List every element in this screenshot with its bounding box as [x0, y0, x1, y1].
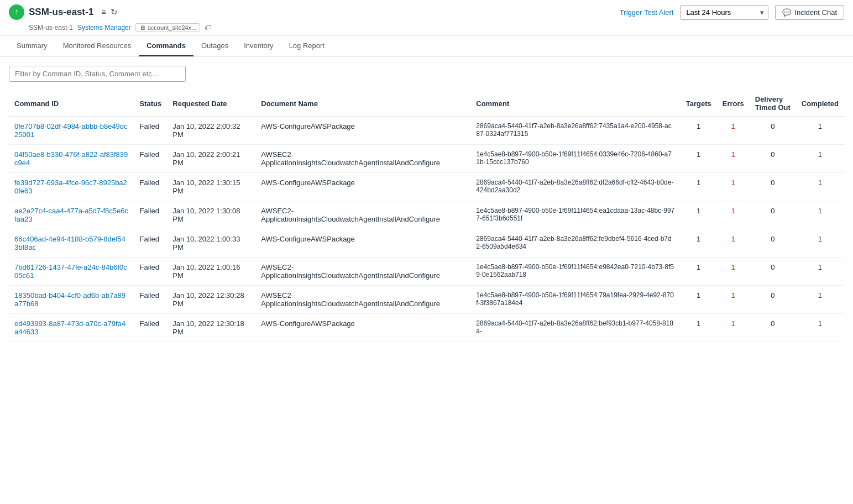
cell-requested-date: Jan 10, 2022 2:00:32 PM — [167, 117, 255, 145]
table-row: ae2e27c4-caa4-477a-a5d7-f8c5e6cfaa23Fail… — [9, 201, 844, 229]
header-subtitle: SSM-us-east-1 Systems Manager 🖥 account_… — [29, 23, 844, 32]
cell-delivery-timed-out: 0 — [750, 145, 796, 173]
cell-delivery-timed-out: 0 — [750, 117, 796, 145]
cell-comment: 2869aca4-5440-41f7-a2eb-8a3e26a8ff62:df2… — [470, 173, 680, 201]
cell-delivery-timed-out: 0 — [750, 229, 796, 258]
tab-commands[interactable]: Commands — [139, 36, 193, 56]
cell-status: Failed — [134, 229, 168, 258]
cell-delivery-timed-out: 0 — [750, 314, 796, 342]
cell-targets: 1 — [681, 314, 717, 342]
col-header-command-id: Command ID — [9, 91, 134, 117]
refresh-icon[interactable]: ↻ — [111, 7, 118, 17]
command-id-link[interactable]: ae2e27c4-caa4-477a-a5d7-f8c5e6cfaa23 — [14, 207, 129, 223]
cell-document-name: AWS-ConfigureAWSPackage — [255, 117, 470, 145]
cell-errors: 1 — [717, 145, 750, 173]
cell-errors: 1 — [717, 314, 750, 342]
app-logo-icon: ↑ — [9, 4, 24, 20]
col-header-status: Status — [134, 91, 168, 117]
cell-completed: 1 — [796, 201, 844, 229]
account-badge: 🖥 account_site24x... — [135, 23, 201, 32]
cell-errors: 1 — [717, 258, 750, 286]
filter-input[interactable] — [9, 66, 186, 82]
table-header-row: Command ID Status Requested Date Documen… — [9, 91, 844, 117]
command-id-link[interactable]: 0fe707b8-02df-4984-abbb-b8e49dc25001 — [14, 122, 129, 139]
tab-outages[interactable]: Outages — [193, 36, 236, 56]
command-id-link[interactable]: 66c406ad-4e94-4188-b579-8def543bf8ac — [14, 235, 129, 251]
table-row: fe39d727-693a-4fce-96c7-8925ba20fe63Fail… — [9, 173, 844, 201]
incident-chat-button[interactable]: 💬 Incident Chat — [775, 5, 844, 20]
command-id-link[interactable]: ed493993-8a87-473d-a70c-a79fa4a44633 — [14, 319, 129, 336]
command-id-link[interactable]: 7bd61726-1437-47fe-a24c-84b6f0c05c61 — [14, 263, 129, 280]
table-row: 18350bad-b404-4cf0-ad6b-ab7a89a77b68Fail… — [9, 286, 844, 314]
trigger-test-alert-link[interactable]: Trigger Test Alert — [620, 8, 674, 17]
cell-command-id[interactable]: ed493993-8a87-473d-a70c-a79fa4a44633 — [9, 314, 134, 342]
cell-document-name: AWS-ConfigureAWSPackage — [255, 173, 470, 201]
cell-command-id[interactable]: ae2e27c4-caa4-477a-a5d7-f8c5e6cfaa23 — [9, 201, 134, 229]
col-header-comment: Comment — [470, 91, 680, 117]
table-row: 7bd61726-1437-47fe-a24c-84b6f0c05c61Fail… — [9, 258, 844, 286]
cell-document-name: AWSEC2-ApplicationInsightsCloudwatchAgen… — [255, 258, 470, 286]
cell-comment: 2869aca4-5440-41f7-a2eb-8a3e26a8ff62:743… — [470, 117, 680, 145]
cell-document-name: AWSEC2-ApplicationInsightsCloudwatchAgen… — [255, 145, 470, 173]
command-id-link[interactable]: fe39d727-693a-4fce-96c7-8925ba20fe63 — [14, 179, 129, 195]
cell-targets: 1 — [681, 201, 717, 229]
cell-completed: 1 — [796, 314, 844, 342]
table-row: 0fe707b8-02df-4984-abbb-b8e49dc25001Fail… — [9, 117, 844, 145]
cell-comment: 1e4c5ae8-b897-4900-b50e-1f69f11f4654:e98… — [470, 258, 680, 286]
commands-table-wrapper[interactable]: Command ID Status Requested Date Documen… — [9, 91, 844, 342]
cell-requested-date: Jan 10, 2022 12:30:18 PM — [167, 314, 255, 342]
tab-summary[interactable]: Summary — [9, 36, 55, 56]
nav-tabs: Summary Monitored Resources Commands Out… — [0, 36, 853, 57]
cell-document-name: AWS-ConfigureAWSPackage — [255, 314, 470, 342]
cell-errors: 1 — [717, 229, 750, 258]
cell-document-name: AWS-ConfigureAWSPackage — [255, 229, 470, 258]
cell-command-id[interactable]: 7bd61726-1437-47fe-a24c-84b6f0c05c61 — [9, 258, 134, 286]
cell-status: Failed — [134, 201, 168, 229]
table-row: ed493993-8a87-473d-a70c-a79fa4a44633Fail… — [9, 314, 844, 342]
cell-command-id[interactable]: 18350bad-b404-4cf0-ad6b-ab7a89a77b68 — [9, 286, 134, 314]
cell-command-id[interactable]: 66c406ad-4e94-4188-b579-8def543bf8ac — [9, 229, 134, 258]
cell-comment: 1e4c5ae8-b897-4900-b50e-1f69f11f4654:033… — [470, 145, 680, 173]
cell-errors: 1 — [717, 173, 750, 201]
col-header-document-name: Document Name — [255, 91, 470, 117]
cell-command-id[interactable]: 04f50ae8-b330-476f-a822-af83f839c9e4 — [9, 145, 134, 173]
command-id-link[interactable]: 18350bad-b404-4cf0-ad6b-ab7a89a77b68 — [14, 291, 129, 308]
table-row: 66c406ad-4e94-4188-b579-8def543bf8acFail… — [9, 229, 844, 258]
cell-delivery-timed-out: 0 — [750, 201, 796, 229]
cell-document-name: AWSEC2-ApplicationInsightsCloudwatchAgen… — [255, 286, 470, 314]
cell-delivery-timed-out: 0 — [750, 286, 796, 314]
page-title: SSM-us-east-1 — [29, 7, 93, 18]
cell-comment: 1e4c5ae8-b897-4900-b50e-1f69f11f4654:ea1… — [470, 201, 680, 229]
cell-delivery-timed-out: 0 — [750, 173, 796, 201]
cell-completed: 1 — [796, 258, 844, 286]
systems-manager-link[interactable]: Systems Manager — [77, 24, 131, 32]
col-header-requested-date: Requested Date — [167, 91, 255, 117]
cell-errors: 1 — [717, 286, 750, 314]
cell-comment: 1e4c5ae8-b897-4900-b50e-1f69f11f4654:79a… — [470, 286, 680, 314]
cell-requested-date: Jan 10, 2022 2:00:21 PM — [167, 145, 255, 173]
cell-completed: 1 — [796, 173, 844, 201]
menu-icon[interactable]: ≡ — [101, 7, 106, 17]
cell-document-name: AWSEC2-ApplicationInsightsCloudwatchAgen… — [255, 201, 470, 229]
cell-requested-date: Jan 10, 2022 1:30:08 PM — [167, 201, 255, 229]
cell-status: Failed — [134, 286, 168, 314]
cell-targets: 1 — [681, 286, 717, 314]
cell-status: Failed — [134, 173, 168, 201]
tab-log-report[interactable]: Log Report — [281, 36, 332, 56]
tab-monitored-resources[interactable]: Monitored Resources — [55, 36, 139, 56]
chat-icon: 💬 — [782, 8, 791, 17]
cell-command-id[interactable]: fe39d727-693a-4fce-96c7-8925ba20fe63 — [9, 173, 134, 201]
cell-completed: 1 — [796, 117, 844, 145]
cell-targets: 1 — [681, 145, 717, 173]
cell-completed: 1 — [796, 286, 844, 314]
time-range-dropdown[interactable]: Last 24 Hours Last 1 Hour Last 6 Hours L… — [680, 5, 768, 20]
cell-errors: 1 — [717, 201, 750, 229]
command-id-link[interactable]: 04f50ae8-b330-476f-a822-af83f839c9e4 — [14, 150, 129, 167]
cell-targets: 1 — [681, 173, 717, 201]
tab-inventory[interactable]: Inventory — [236, 36, 281, 56]
tag-icon[interactable]: 🏷 — [205, 24, 211, 32]
col-header-targets: Targets — [681, 91, 717, 117]
cell-command-id[interactable]: 0fe707b8-02df-4984-abbb-b8e49dc25001 — [9, 117, 134, 145]
col-header-completed: Completed — [796, 91, 844, 117]
account-icon: 🖥 — [139, 24, 145, 31]
